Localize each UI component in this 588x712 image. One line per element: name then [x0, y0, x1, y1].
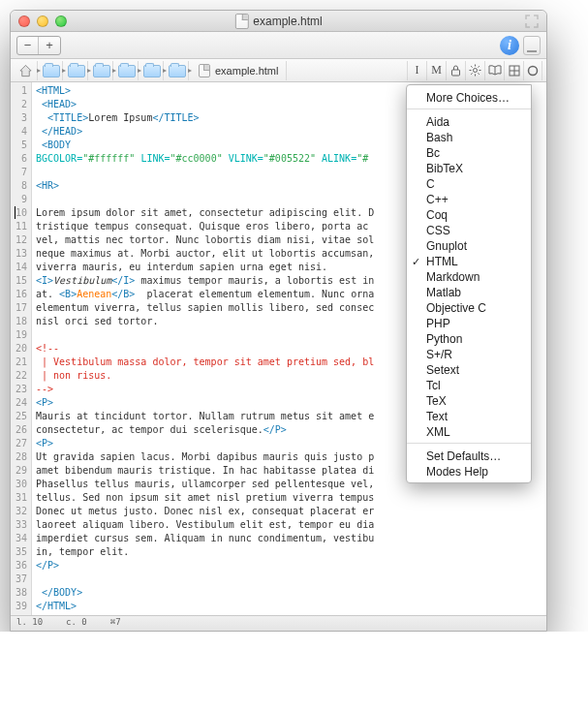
menu-item-bash[interactable]: Bash [407, 129, 531, 144]
menu-item-php[interactable]: PHP [407, 315, 531, 330]
menu-item-tex[interactable]: TeX [407, 392, 531, 408]
window-title: example.html [253, 15, 322, 28]
info-button[interactable]: i [500, 36, 519, 55]
menu-item-text[interactable]: Text [407, 408, 531, 423]
m-icon[interactable]: M [426, 61, 446, 80]
zoom-segment: − + [16, 36, 61, 55]
menu-item-coq[interactable]: Coq [407, 206, 531, 222]
menu-item-setext[interactable]: Setext [407, 361, 531, 377]
folder-1[interactable] [40, 61, 63, 80]
menu-set-defaults[interactable]: Set Defaults… [407, 448, 531, 463]
status-sym: ⌘7 [110, 617, 121, 630]
menu-item-css[interactable]: CSS [407, 222, 531, 237]
svg-rect-0 [452, 70, 460, 76]
path-bar: ▸ ▸ ▸ ▸ ▸ ▸ ▸ example.html I M [11, 59, 546, 82]
menu-item-tcl[interactable]: Tcl [407, 377, 531, 392]
zoom-button[interactable] [55, 15, 67, 27]
editor-window: example.html − + i ▸ ▸ ▸ ▸ ▸ ▸ ▸ example… [10, 10, 547, 632]
line-gutter: 1234567891011121314151617181920212223242… [11, 82, 32, 615]
menu-item-matlab[interactable]: Matlab [407, 284, 531, 299]
file-tab[interactable]: example.html [191, 61, 287, 80]
folder-5[interactable] [140, 61, 164, 80]
menu-more-choices[interactable]: More Choices… [407, 89, 531, 105]
svg-point-14 [529, 66, 538, 75]
minimize-button[interactable] [37, 15, 48, 27]
menu-item-xml[interactable]: XML [407, 423, 531, 439]
circle-icon[interactable] [523, 61, 542, 80]
gear-icon[interactable] [465, 61, 484, 80]
grid-icon[interactable] [504, 61, 523, 80]
menu-item-c[interactable]: C [407, 175, 531, 191]
status-bar: l. 10 c. 0 ⌘7 [11, 615, 546, 631]
titlebar[interactable]: example.html [11, 11, 546, 32]
minus-button[interactable]: − [17, 37, 39, 54]
menu-item-aida[interactable]: Aida [407, 113, 531, 129]
menu-item-s-r[interactable]: S+/R [407, 346, 531, 361]
i-icon[interactable]: I [407, 61, 426, 80]
folder-4[interactable] [115, 61, 139, 80]
window-controls [18, 15, 67, 27]
book-icon[interactable] [484, 61, 504, 80]
menu-item-objective-c[interactable]: Objective C [407, 299, 531, 315]
status-line: l. 10 [16, 617, 43, 630]
menu-modes-help[interactable]: Modes Help [407, 463, 531, 479]
folder-3[interactable] [90, 61, 113, 80]
menu-item-bc[interactable]: Bc [407, 144, 531, 160]
mode-menu: More Choices… AidaBashBcBibTeXCC++CoqCSS… [406, 84, 532, 483]
file-tab-label: example.html [215, 65, 278, 77]
drawer-button[interactable] [523, 36, 541, 55]
menu-item-html[interactable]: HTML [407, 253, 531, 268]
toolbar: − + i [11, 32, 546, 59]
lock-icon[interactable] [446, 61, 465, 80]
status-col: c. 0 [66, 617, 87, 630]
fullscreen-icon[interactable] [525, 15, 539, 28]
home-button[interactable] [15, 61, 38, 80]
folder-6[interactable] [166, 61, 189, 80]
svg-line-6 [471, 66, 472, 67]
document-icon [234, 14, 248, 29]
document-icon [199, 64, 210, 77]
svg-line-9 [471, 73, 472, 74]
svg-line-7 [478, 73, 479, 74]
menu-item-c-[interactable]: C++ [407, 191, 531, 206]
plus-button[interactable]: + [39, 37, 60, 54]
menu-item-python[interactable]: Python [407, 330, 531, 346]
menu-item-gnuplot[interactable]: Gnuplot [407, 237, 531, 253]
svg-line-8 [478, 66, 479, 67]
close-button[interactable] [18, 15, 30, 27]
menu-item-markdown[interactable]: Markdown [407, 268, 531, 284]
folder-2[interactable] [65, 61, 88, 80]
svg-point-1 [474, 69, 478, 73]
menu-item-bibtex[interactable]: BibTeX [407, 160, 531, 175]
title-area: example.html [234, 14, 322, 29]
